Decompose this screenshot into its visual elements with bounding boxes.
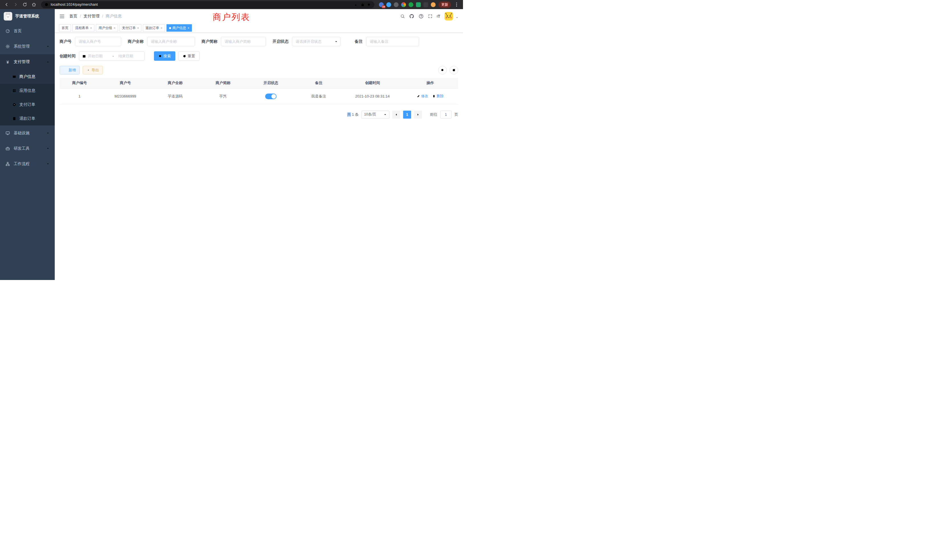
fullscreen-icon[interactable] — [428, 14, 433, 18]
filter-row-1: 商户号 商户全称 商户简称 开启状态 — [60, 37, 458, 46]
tab-close-icon[interactable]: × — [113, 27, 115, 30]
extensions-puzzle-icon[interactable]: 10 — [379, 2, 384, 7]
filter-status: 开启状态 — [272, 37, 340, 46]
next-page-button[interactable] — [414, 110, 422, 119]
extension-green-square-icon[interactable] — [416, 2, 421, 7]
delete-link[interactable]: 删除 — [432, 94, 443, 98]
refresh-icon — [183, 54, 186, 58]
browser-forward-button[interactable] — [12, 1, 20, 8]
page-size-value: 10条/页 — [364, 112, 376, 117]
site-info-icon[interactable] — [44, 3, 48, 6]
chevron-up-icon — [46, 60, 50, 64]
forward-arrow-icon — [14, 2, 18, 7]
goto-page-input[interactable] — [440, 110, 452, 119]
active-tab-dot — [169, 27, 171, 29]
reset-button[interactable]: 重置 — [178, 51, 200, 61]
sidebar-item-dev-tools[interactable]: 研发工具 — [0, 141, 55, 156]
chevron-down-icon — [46, 45, 50, 48]
tab-label: 商户信息 — [172, 26, 186, 30]
browser-menu-icon[interactable] — [453, 1, 460, 8]
short-name-input[interactable] — [221, 37, 266, 46]
browser-reload-button[interactable] — [21, 1, 29, 8]
table-header-row: 商户编号 商户号 商户全称 商户简称 开启状态 备注 创建时间 操作 — [60, 78, 458, 88]
status-select[interactable] — [292, 37, 340, 46]
sidebar-item-home[interactable]: 首页 — [0, 23, 55, 39]
search-button[interactable]: 搜索 — [154, 51, 176, 61]
extension-color-icon[interactable] — [401, 2, 406, 7]
sidebar-item-pay-orders[interactable]: 支付订单 — [0, 97, 55, 112]
date-range-picker[interactable]: 开始日期 - 结束日期 — [79, 51, 145, 61]
tab-home[interactable]: 首页 — [59, 24, 71, 32]
tab-refund-orders[interactable]: 退款订单 × — [143, 24, 165, 32]
github-icon[interactable] — [409, 14, 414, 19]
sidebar-logo[interactable]: 芋道管理系统 — [0, 9, 55, 23]
sidebar-item-payment[interactable]: ¥ 支付管理 — [0, 54, 55, 70]
status-label: 开启状态 — [272, 39, 289, 44]
sidebar-item-merchant-info[interactable]: 商户信息 — [0, 70, 55, 83]
edit-link[interactable]: 修改 — [417, 94, 428, 98]
extension-drop-icon[interactable] — [386, 2, 391, 7]
font-size-icon[interactable]: tT — [437, 14, 440, 18]
tab-close-icon[interactable]: × — [137, 27, 139, 30]
page-size-select[interactable]: 10条/页 — [362, 110, 389, 119]
grid-icon — [12, 89, 17, 93]
share-icon[interactable] — [361, 3, 365, 6]
add-button[interactable]: 新增 — [60, 66, 80, 74]
payment-submenu: 商户信息 应用信息 支付订单 — [0, 70, 55, 126]
sidebar-item-workflow[interactable]: 工作流程 — [0, 156, 55, 172]
status-toggle[interactable] — [265, 94, 277, 99]
browser-update-button[interactable]: 更新 — [439, 2, 451, 8]
sidebar-item-system[interactable]: 系统管理 — [0, 39, 55, 54]
tab-merchant-info[interactable]: 商户信息 × — [166, 24, 192, 32]
hamburger-icon[interactable] — [59, 14, 65, 19]
target-icon — [12, 103, 17, 107]
breadcrumb-home[interactable]: 首页 — [69, 14, 77, 19]
yen-icon: ¥ — [5, 60, 10, 64]
remark-input[interactable] — [366, 37, 419, 46]
profile-avatar-icon[interactable] — [431, 2, 436, 7]
column-header: 创建时间 — [343, 78, 402, 88]
tab-close-icon[interactable]: × — [90, 27, 92, 30]
chevron-right-icon — [416, 113, 420, 117]
extension-gray-icon[interactable] — [394, 2, 399, 7]
breadcrumb: 首页 / 支付管理 / 商户信息 — [69, 14, 122, 19]
extension-green-circle-icon[interactable] — [409, 2, 413, 7]
tab-user-group[interactable]: 用户分组 × — [96, 24, 118, 32]
bookmark-star-icon[interactable] — [367, 3, 371, 6]
header-search-icon[interactable] — [400, 14, 405, 18]
user-avatar[interactable] — [445, 12, 453, 21]
refresh-table-button[interactable] — [449, 66, 458, 74]
full-name-input[interactable] — [147, 37, 195, 46]
export-button[interactable]: 导出 — [83, 66, 103, 74]
tab-process-form[interactable]: 流程表单 × — [73, 24, 94, 32]
sidebar-item-infrastructure[interactable]: 基础设施 — [0, 126, 55, 141]
address-bar[interactable]: localhost:1024/pay/merchant — [41, 1, 374, 8]
browser-back-button[interactable] — [3, 1, 10, 8]
edit-pencil-icon — [417, 94, 420, 98]
browser-home-button[interactable] — [30, 1, 38, 8]
search-icon — [441, 68, 444, 72]
tab-label: 用户分组 — [98, 26, 112, 30]
reload-icon — [23, 2, 27, 7]
tab-pay-orders[interactable]: 支付订单 × — [120, 24, 141, 32]
help-icon[interactable] — [419, 14, 424, 19]
extension-dark-puzzle-icon[interactable] — [424, 2, 428, 7]
tab-close-icon[interactable]: × — [188, 27, 189, 30]
avatar-caret-down-icon[interactable] — [455, 16, 458, 19]
table-row: 1 M233666999 芋道源码 芋艿 我是备注 2021-10-23 08:… — [60, 88, 458, 104]
search-icon — [159, 54, 162, 58]
filter-merchant-no: 商户号 — [60, 37, 121, 46]
breadcrumb-payment[interactable]: 支付管理 — [83, 14, 100, 19]
page-unit-label: 页 — [454, 112, 458, 117]
total-text: 共 1 条 — [347, 112, 359, 117]
prev-page-button[interactable] — [392, 110, 400, 119]
tab-close-icon[interactable]: × — [160, 27, 162, 30]
sidebar-item-refund-orders[interactable]: 退款订单 — [0, 112, 55, 126]
sidebar-subitem-label: 应用信息 — [20, 88, 35, 93]
calendar-icon — [82, 54, 86, 58]
merchant-no-input[interactable] — [75, 37, 121, 46]
sidebar-item-app-info[interactable]: 应用信息 — [0, 83, 55, 97]
password-key-icon[interactable] — [354, 3, 359, 6]
toggle-search-button[interactable] — [438, 66, 447, 74]
page-1-button[interactable]: 1 — [403, 110, 411, 119]
